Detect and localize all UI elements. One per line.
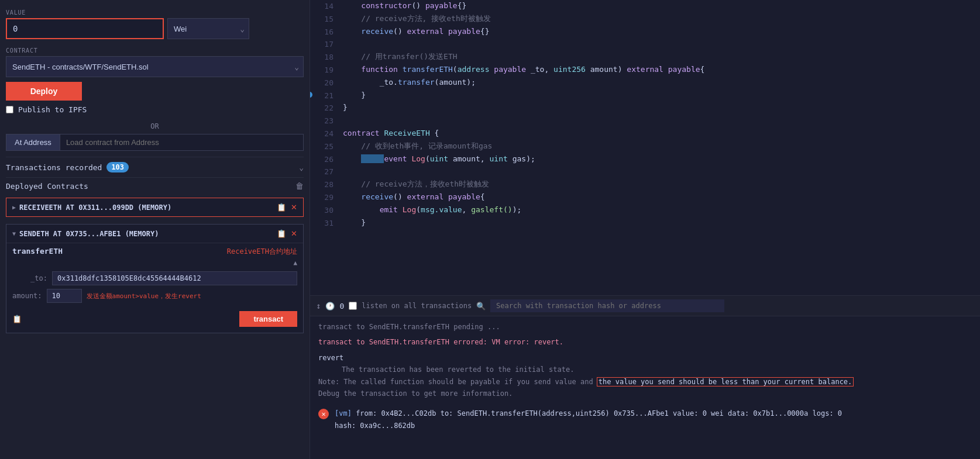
copy-icon: 📋 bbox=[277, 203, 286, 212]
code-line-28: 28 // receive方法，接收eth时被触发 bbox=[310, 178, 980, 191]
publish-checkbox[interactable] bbox=[6, 106, 13, 113]
transact-footer: 📋 transact bbox=[12, 308, 297, 329]
vm-from-label: from: bbox=[356, 409, 381, 417]
amount-label: amount: bbox=[12, 292, 42, 300]
transfer-eth-right: ReceiveETH合约地址 ▲ bbox=[63, 247, 297, 267]
vm-logs-val: 0 bbox=[838, 409, 842, 417]
code-line-22: 22 } bbox=[310, 102, 980, 115]
code-line-15: 15 // receive方法, 接收eth时被触发 bbox=[310, 13, 980, 26]
value-input[interactable] bbox=[6, 18, 164, 39]
vm-value-label: value: bbox=[673, 409, 703, 417]
publish-row: Publish to IPFS bbox=[6, 105, 304, 114]
to-field-input[interactable] bbox=[52, 271, 297, 285]
receiveeth-close-button[interactable]: ✕ bbox=[291, 203, 297, 212]
terminal-listen-label: listen on all transactions bbox=[362, 302, 472, 310]
transactions-label: Transactions recorded bbox=[6, 163, 102, 172]
wei-select-wrapper: Wei bbox=[167, 18, 249, 39]
code-line-21: 21 } bbox=[310, 89, 980, 102]
terminal-area: ↕ 🕐 0 listen on all transactions 🔍 trans… bbox=[310, 295, 980, 459]
value-row: Wei bbox=[6, 18, 304, 39]
deploy-button[interactable]: Deploy bbox=[6, 82, 82, 101]
amount-row: amount: 发送金额amount>value，发生revert bbox=[12, 289, 297, 303]
terminal-clock-icon: 🕐 bbox=[325, 302, 335, 310]
vm-label: [vm] bbox=[335, 409, 352, 417]
terminal-count: 0 bbox=[339, 302, 344, 310]
code-line-17: 17 bbox=[310, 38, 980, 51]
copy-icon-3: 📋 bbox=[12, 315, 22, 323]
chevron-down-icon[interactable]: ▼ bbox=[12, 230, 16, 237]
transactions-badge: 103 bbox=[106, 162, 129, 172]
value-label: VALUE bbox=[6, 9, 304, 16]
terminal-toggle-icon[interactable]: ↕ bbox=[316, 301, 321, 310]
code-line-19: 19 function transferETH(address payable … bbox=[310, 64, 980, 77]
terminal-line-debug: Debug the transaction to get more inform… bbox=[318, 388, 972, 399]
amount-comment: 发送金额amount>value，发生revert bbox=[87, 292, 297, 301]
vm-data-label: data: bbox=[728, 409, 753, 417]
transactions-chevron[interactable]: ⌄ bbox=[299, 163, 304, 172]
chevron-up-icon[interactable]: ▲ bbox=[293, 259, 297, 267]
code-line-29: 29 receive() external payable{ bbox=[310, 191, 980, 204]
terminal-toolbar: ↕ 🕐 0 listen on all transactions 🔍 bbox=[310, 296, 980, 316]
sendeth-box-icons: 📋 ✕ bbox=[277, 229, 297, 238]
terminal-listen-checkbox[interactable] bbox=[349, 302, 357, 310]
highlight-text: the value you send should be less than y… bbox=[597, 378, 853, 386]
receiveeth-copy-button[interactable]: 📋 bbox=[277, 203, 286, 212]
terminal-line-error: transact to SendETH.transferETH errored:… bbox=[318, 336, 972, 348]
sendeth-close-button[interactable]: ✕ bbox=[291, 229, 297, 238]
terminal-line-pending: transact to SendETH.transferETH pending … bbox=[318, 321, 972, 333]
transfer-eth-label: transferETH bbox=[12, 247, 63, 256]
vm-to-val: SendETH.transferETH(address,uint256) bbox=[458, 409, 610, 417]
or-divider: OR bbox=[6, 122, 304, 130]
amount-input[interactable] bbox=[47, 289, 82, 303]
right-panel: 14 constructor() payable{} 15 // receive… bbox=[310, 0, 980, 459]
terminal-line-revert: revert bbox=[318, 352, 972, 364]
vm-logs-label: logs: bbox=[813, 409, 838, 417]
code-line-27: 27 bbox=[310, 165, 980, 178]
copy-icon-2: 📋 bbox=[277, 229, 286, 238]
terminal-search-input[interactable] bbox=[490, 299, 724, 312]
sendeth-contract-box: ▼ SENDETH AT 0X735...AFBE1 (MEMORY) 📋 ✕ … bbox=[6, 224, 304, 333]
receive-eth-link[interactable]: ReceiveETH合约地址 bbox=[227, 247, 297, 257]
line-dot-marker bbox=[310, 92, 312, 98]
transfer-eth-section: transferETH ReceiveETH合约地址 ▲ _to: amount… bbox=[6, 243, 303, 333]
receiveeth-box-header: ▶ RECEIVEETH AT 0X311...099DD (MEMORY) 📋… bbox=[6, 198, 303, 216]
tx-left: Transactions recorded 103 bbox=[6, 162, 129, 172]
transactions-row: Transactions recorded 103 ⌄ bbox=[6, 157, 304, 177]
publish-label: Publish to IPFS bbox=[18, 105, 87, 114]
vm-value-val: 0 wei bbox=[703, 409, 724, 417]
at-address-input[interactable] bbox=[60, 134, 304, 151]
vm-data-val: 0x7b1...0000a bbox=[753, 409, 808, 417]
sendeth-copy-button[interactable]: 📋 bbox=[277, 229, 286, 238]
terminal-output: transact to SendETH.transferETH pending … bbox=[310, 316, 980, 459]
wei-select[interactable]: Wei bbox=[167, 18, 249, 39]
sendeth-box-header: ▼ SENDETH AT 0X735...AFBE1 (MEMORY) 📋 ✕ bbox=[6, 225, 303, 243]
code-line-18: 18 // 用transfer()发送ETH bbox=[310, 51, 980, 64]
chevron-right-icon[interactable]: ▶ bbox=[12, 204, 16, 210]
sendeth-title: SENDETH AT 0X735...AFBE1 (MEMORY) bbox=[19, 230, 159, 238]
vm-hash-val: 0xa9c...862db bbox=[360, 422, 415, 430]
trash-icon[interactable]: 🗑 bbox=[295, 181, 304, 191]
to-field-name: _to: bbox=[12, 274, 47, 282]
contract-label: CONTRACT bbox=[6, 47, 304, 54]
code-line-14: 14 constructor() payable{} bbox=[310, 0, 980, 13]
at-address-button[interactable]: At Address bbox=[6, 134, 60, 151]
code-line-23: 23 bbox=[310, 115, 980, 127]
transact-button[interactable]: transact bbox=[239, 311, 297, 327]
vm-hash-label: hash: bbox=[335, 422, 360, 430]
terminal-search-icon[interactable]: 🔍 bbox=[476, 302, 486, 310]
receiveeth-box-icons: 📋 ✕ bbox=[277, 203, 297, 212]
code-line-20: 20 _to.transfer(amount); bbox=[310, 77, 980, 89]
contract-select[interactable]: SendETH - contracts/WTF/SendETH.sol bbox=[6, 56, 304, 77]
transact-copy-button[interactable]: 📋 bbox=[12, 315, 22, 323]
terminal-line-reverted: The transaction has been reverted to the… bbox=[318, 364, 972, 375]
receiveeth-contract-box: ▶ RECEIVEETH AT 0X311...099DD (MEMORY) 📋… bbox=[6, 198, 304, 217]
code-area: 14 constructor() payable{} 15 // receive… bbox=[310, 0, 980, 295]
code-line-16: 16 receive() external payable{} bbox=[310, 26, 980, 39]
vm-error-icon: ✕ bbox=[318, 409, 329, 419]
code-line-26: 26 event Log(uint amount, uint gas); bbox=[310, 153, 980, 166]
contract-select-wrapper: SendETH - contracts/WTF/SendETH.sol bbox=[6, 56, 304, 77]
receiveeth-title: RECEIVEETH AT 0X311...099DD (MEMORY) bbox=[19, 203, 171, 212]
code-line-30: 30 emit Log(msg.value, gasleft()); bbox=[310, 204, 980, 217]
left-panel: VALUE Wei CONTRACT SendETH - contracts/W… bbox=[0, 0, 310, 459]
deployed-contracts-label: Deployed Contracts bbox=[6, 182, 88, 191]
